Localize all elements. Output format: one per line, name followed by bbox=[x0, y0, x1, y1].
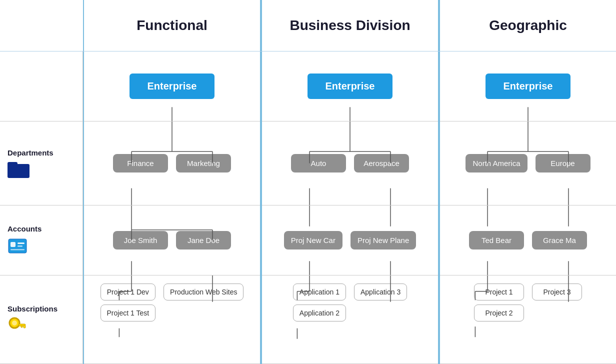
departments-label-section: Departments bbox=[0, 122, 82, 206]
functional-title: Functional bbox=[136, 18, 208, 34]
bd-sub-app1: Application 1 bbox=[293, 284, 346, 300]
functional-sub-proj1dev: Project 1 Dev bbox=[100, 284, 156, 300]
geo-enterprise-box: Enterprise bbox=[486, 74, 570, 99]
accounts-label-section: Accounts bbox=[0, 206, 82, 276]
functional-enterprise-section: Enterprise bbox=[84, 52, 260, 122]
bd-acct-nodes: Proj New Car Proj New Plane bbox=[284, 231, 416, 250]
svg-rect-11 bbox=[21, 326, 22, 328]
geo-dept-europe: Europe bbox=[536, 154, 590, 172]
functional-dept-nodes: Finance Marketing bbox=[113, 154, 231, 172]
geo-sub-ted-bear: Project 1 Project 2 bbox=[474, 284, 524, 322]
business-division-column: Enterprise Auto bbox=[261, 52, 439, 364]
geo-sub-layout: Project 1 Project 2 Project 3 bbox=[440, 284, 616, 322]
bd-accounts-section: Proj New Car Proj New Plane bbox=[262, 206, 438, 276]
geographic-title: Geographic bbox=[489, 18, 567, 34]
bd-dept-aerospace: Aerospace bbox=[354, 154, 409, 172]
page: Functional Business Division Geographic … bbox=[0, 0, 616, 364]
functional-acct-jane-doe: Jane Doe bbox=[176, 231, 231, 250]
bd-sub-proj-new-plane: Application 3 bbox=[354, 284, 407, 300]
functional-sub-prodweb: Production Web Sites bbox=[164, 284, 244, 300]
bd-acct-proj-new-plane: Proj New Plane bbox=[350, 231, 416, 250]
svg-rect-5 bbox=[18, 246, 22, 247]
geo-sub-grace-ma: Project 3 bbox=[532, 284, 582, 300]
accounts-label: Accounts bbox=[8, 224, 42, 233]
geo-dept-nodes: North America Europe bbox=[466, 154, 590, 172]
svg-rect-6 bbox=[10, 249, 24, 250]
geo-dept-north-america: North America bbox=[466, 154, 527, 172]
geo-sub-proj2: Project 2 bbox=[474, 304, 524, 322]
departments-label: Departments bbox=[8, 148, 54, 157]
subscriptions-label-section: Subscriptions bbox=[0, 276, 82, 364]
functional-subscriptions-section: Project 1 Dev Project 1 Test Production … bbox=[84, 276, 260, 364]
geo-sub-proj3: Project 3 bbox=[532, 284, 582, 300]
geo-departments-section: North America Europe bbox=[440, 122, 616, 206]
header-business-division: Business Division bbox=[261, 0, 439, 51]
geo-accounts-section: Ted Bear Grace Ma bbox=[440, 206, 616, 276]
functional-sub-jane: Production Web Sites bbox=[164, 284, 244, 300]
geographic-column: Enterprise Nort bbox=[439, 52, 616, 364]
enterprise-label-section bbox=[0, 52, 82, 122]
bd-dept-nodes: Auto Aerospace bbox=[291, 154, 409, 172]
header-functional: Functional bbox=[83, 0, 261, 51]
geo-acct-ted-bear: Ted Bear bbox=[469, 231, 524, 250]
functional-acct-joe-smith: Joe Smith bbox=[113, 231, 168, 250]
geo-acct-nodes: Ted Bear Grace Ma bbox=[469, 231, 587, 250]
functional-sub-layout: Project 1 Dev Project 1 Test Production … bbox=[84, 284, 260, 322]
geo-subscriptions-section: Project 1 Project 2 Project 3 bbox=[440, 276, 616, 364]
geo-acct-grace-ma: Grace Ma bbox=[532, 231, 587, 250]
diagrams-area: Enterprise bbox=[83, 52, 616, 364]
svg-point-8 bbox=[12, 320, 17, 326]
svg-rect-1 bbox=[8, 162, 18, 168]
header-geographic: Geographic bbox=[439, 0, 616, 51]
bd-enterprise-section: Enterprise bbox=[262, 52, 438, 122]
bd-departments-section: Auto Aerospace bbox=[262, 122, 438, 206]
svg-rect-3 bbox=[10, 242, 16, 247]
business-division-title: Business Division bbox=[290, 18, 410, 34]
bd-enterprise-box: Enterprise bbox=[308, 74, 392, 99]
main-area: Departments Accounts Subs bbox=[0, 52, 616, 364]
labels-column: Departments Accounts Subs bbox=[0, 52, 83, 364]
svg-rect-4 bbox=[18, 242, 24, 244]
functional-acct-nodes: Joe Smith Jane Doe bbox=[113, 231, 231, 250]
functional-enterprise-box: Enterprise bbox=[130, 74, 214, 99]
bd-acct-proj-new-car: Proj New Car bbox=[284, 231, 342, 250]
bd-subscriptions-section: Application 1 Application 2 Application … bbox=[262, 276, 438, 364]
functional-column: Enterprise bbox=[83, 52, 261, 364]
functional-dept-finance: Finance bbox=[113, 154, 168, 172]
functional-dept-marketing: Marketing bbox=[176, 154, 231, 172]
bd-sub-app2: Application 2 bbox=[293, 304, 346, 322]
account-icon bbox=[8, 236, 28, 256]
bd-dept-auto: Auto bbox=[291, 154, 346, 172]
header-row: Functional Business Division Geographic bbox=[0, 0, 616, 52]
geo-enterprise-section: Enterprise bbox=[440, 52, 616, 122]
bd-sub-proj-new-car: Application 1 Application 2 bbox=[293, 284, 346, 322]
key-icon bbox=[8, 316, 26, 335]
folder-icon bbox=[8, 160, 30, 178]
functional-sub-joe: Project 1 Dev Project 1 Test bbox=[100, 284, 156, 322]
functional-departments-section: Finance Marketing bbox=[84, 122, 260, 206]
header-left-spacer bbox=[0, 0, 83, 51]
functional-accounts-section: Joe Smith Jane Doe bbox=[84, 206, 260, 276]
functional-sub-proj1test: Project 1 Test bbox=[100, 304, 156, 322]
bd-sub-app3: Application 3 bbox=[354, 284, 407, 300]
geo-sub-proj1: Project 1 bbox=[474, 284, 524, 300]
svg-rect-10 bbox=[24, 326, 26, 328]
bd-sub-layout: Application 1 Application 2 Application … bbox=[262, 284, 438, 322]
subscriptions-label: Subscriptions bbox=[8, 304, 58, 313]
